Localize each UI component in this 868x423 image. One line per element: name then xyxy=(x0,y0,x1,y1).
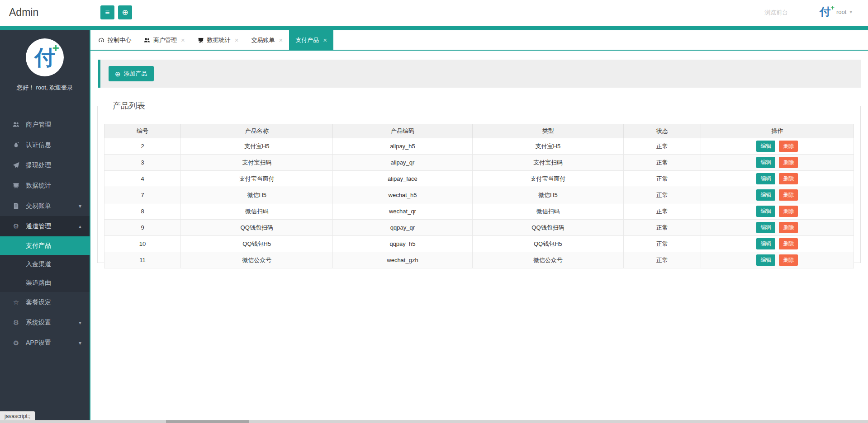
sidebar-item-label: 商户管理 xyxy=(26,121,51,129)
cell-actions: 编辑删除 xyxy=(701,138,854,155)
sidebar-item-label: 认证信息 xyxy=(26,141,51,149)
cell-type: 微信H5 xyxy=(472,187,624,203)
edit-button[interactable]: 编辑 xyxy=(756,206,775,217)
sidebar-item-system-settings[interactable]: ⚙ 系统设置 ▾ xyxy=(0,312,90,333)
sidebar-item-transactions[interactable]: 交易账单 ▾ xyxy=(0,196,90,216)
sidebar: 付+ 您好！ root, 欢迎登录 商户管理 认证信息 xyxy=(0,30,90,423)
tab-label: 商户管理 xyxy=(153,36,177,44)
sidebar-item-certification[interactable]: 认证信息 xyxy=(0,135,90,155)
close-icon[interactable]: × xyxy=(323,36,327,44)
star-icon: ☆ xyxy=(12,298,20,306)
cell-actions: 编辑删除 xyxy=(701,220,854,236)
chevron-down-icon: ▾ xyxy=(849,9,852,15)
cell-type: 支付宝当面付 xyxy=(472,171,624,187)
sidebar-item-merchants[interactable]: 商户管理 xyxy=(0,114,90,135)
cell-actions: 编辑删除 xyxy=(701,155,854,171)
lock-screen-button[interactable]: ⊕ xyxy=(118,5,132,19)
delete-button[interactable]: 删除 xyxy=(779,222,798,233)
visit-front-link[interactable]: 浏览前台 xyxy=(764,9,788,17)
header-buttons: ≡ ⊕ xyxy=(100,5,132,19)
greeting-text: 您好！ root, 欢迎登录 xyxy=(0,84,90,92)
cell-name: QQ钱包扫码 xyxy=(181,220,333,236)
sidebar-item-deposit-channels[interactable]: 入金渠道 xyxy=(0,255,90,273)
scrollbar-thumb[interactable] xyxy=(166,420,249,423)
chevron-down-icon: ▾ xyxy=(79,320,81,326)
col-actions: 操作 xyxy=(701,124,854,138)
close-icon[interactable]: × xyxy=(181,36,185,44)
cell-actions: 编辑删除 xyxy=(701,171,854,187)
col-status: 状态 xyxy=(624,124,701,138)
toolbar: ⊕ 添加产品 xyxy=(98,60,861,88)
sidebar-item-payment-products[interactable]: 支付产品 xyxy=(0,236,90,255)
gears-icon: ⚙ xyxy=(12,339,20,347)
delete-button[interactable]: 删除 xyxy=(779,157,798,168)
collapse-sidebar-button[interactable]: ≡ xyxy=(100,5,114,19)
cell-id: 10 xyxy=(104,236,181,252)
cell-code: qqpay_h5 xyxy=(333,236,472,252)
close-icon[interactable]: × xyxy=(235,36,239,44)
table-row: 4支付宝当面付alipay_face支付宝当面付正常编辑删除 xyxy=(104,171,854,187)
circle-plus-icon: ⊕ xyxy=(115,70,121,77)
delete-button[interactable]: 删除 xyxy=(779,238,798,249)
edit-button[interactable]: 编辑 xyxy=(756,157,775,168)
sidebar-item-label: 交易账单 xyxy=(26,202,51,210)
edit-button[interactable]: 编辑 xyxy=(756,254,775,266)
tab-label: 控制中心 xyxy=(108,36,131,44)
tab-label: 交易账单 xyxy=(251,36,275,44)
sidebar-item-packages[interactable]: ☆ 套餐设定 xyxy=(0,292,90,312)
cell-id: 4 xyxy=(104,171,181,187)
browser-status-text: javascript:; xyxy=(0,411,35,420)
sidebar-item-channel-management[interactable]: ⚙ 通道管理 ▴ xyxy=(0,216,90,236)
sidebar-item-statistics[interactable]: 数据统计 xyxy=(0,175,90,196)
tab-statistics[interactable]: 数据统计 × xyxy=(191,30,245,50)
cell-actions: 编辑删除 xyxy=(701,252,854,268)
col-code: 产品编码 xyxy=(333,124,472,138)
table-row: 2支付宝H5alipay_h5支付宝H5正常编辑删除 xyxy=(104,138,854,155)
cell-type: 微信扫码 xyxy=(472,203,624,220)
tab-merchants[interactable]: 商户管理 × xyxy=(138,30,191,50)
edit-button[interactable]: 编辑 xyxy=(756,141,775,152)
cell-status: 正常 xyxy=(624,220,701,236)
sidebar-item-withdrawals[interactable]: 提现处理 xyxy=(0,155,90,175)
dashboard-icon xyxy=(98,37,104,43)
cell-status: 正常 xyxy=(624,138,701,155)
delete-button[interactable]: 删除 xyxy=(779,189,798,201)
sidebar-item-channel-routing[interactable]: 渠道路由 xyxy=(0,273,90,292)
tab-payment-products[interactable]: 支付产品 × xyxy=(289,30,333,50)
edit-button[interactable]: 编辑 xyxy=(756,173,775,184)
add-product-button[interactable]: ⊕ 添加产品 xyxy=(109,66,154,81)
cell-type: 支付宝H5 xyxy=(472,138,624,155)
edit-button[interactable]: 编辑 xyxy=(756,238,775,249)
sidebar-item-label: APP设置 xyxy=(26,339,51,347)
cell-name: 微信公众号 xyxy=(181,252,333,268)
cell-code: qqpay_qr xyxy=(333,220,472,236)
chevron-up-icon: ▴ xyxy=(79,223,81,230)
tab-transactions[interactable]: 交易账单 × xyxy=(245,30,289,50)
table-row: 11微信公众号wechat_gzh微信公众号正常编辑删除 xyxy=(104,252,854,268)
sidebar-item-label: 套餐设定 xyxy=(26,298,51,306)
chevron-down-icon: ▾ xyxy=(79,203,81,209)
sidebar-item-app-settings[interactable]: ⚙ APP设置 ▾ xyxy=(0,333,90,353)
tab-dashboard[interactable]: 控制中心 xyxy=(92,30,138,50)
delete-button[interactable]: 删除 xyxy=(779,141,798,152)
close-icon[interactable]: × xyxy=(279,36,283,44)
admin-app: Admin ≡ ⊕ 浏览前台 付+ root ▾ 付+ 您好！ root, 欢迎… xyxy=(0,0,868,423)
cell-status: 正常 xyxy=(624,252,701,268)
sidebar-item-label: 提现处理 xyxy=(26,161,51,169)
edit-button[interactable]: 编辑 xyxy=(756,222,775,233)
horizontal-scrollbar[interactable] xyxy=(0,420,868,423)
delete-button[interactable]: 删除 xyxy=(779,206,798,217)
paper-plane-icon xyxy=(12,162,20,169)
delete-button[interactable]: 删除 xyxy=(779,254,798,266)
cell-status: 正常 xyxy=(624,155,701,171)
user-menu[interactable]: 付+ root ▾ xyxy=(820,5,852,19)
droplet-icon xyxy=(12,141,20,148)
cell-actions: 编辑删除 xyxy=(701,203,854,220)
delete-button[interactable]: 删除 xyxy=(779,173,798,184)
file-text-icon xyxy=(12,202,20,209)
table-row: 8微信扫码wechat_qr微信扫码正常编辑删除 xyxy=(104,203,854,220)
cell-actions: 编辑删除 xyxy=(701,236,854,252)
edit-button[interactable]: 编辑 xyxy=(756,189,775,201)
cell-code: wechat_h5 xyxy=(333,187,472,203)
table-row: 7微信H5wechat_h5微信H5正常编辑删除 xyxy=(104,187,854,203)
